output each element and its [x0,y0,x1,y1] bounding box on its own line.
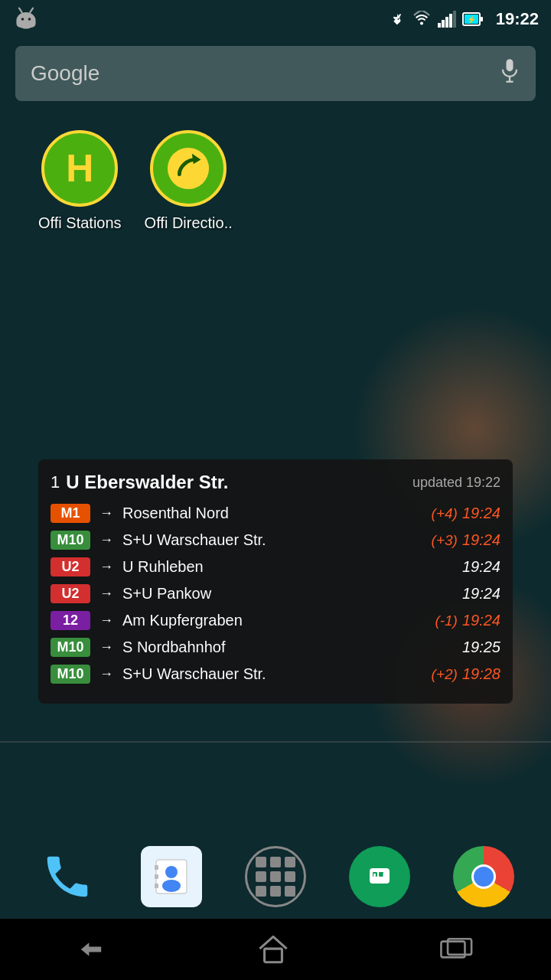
search-bar[interactable]: Google [15,46,536,101]
dock-contacts[interactable] [137,842,206,911]
time-info: 19:24 [462,585,500,603]
dock-phone[interactable] [33,842,102,911]
contacts-icon [141,846,202,907]
time-info: 19:25 [462,639,500,656]
svg-text:⚡: ⚡ [467,15,477,24]
time-info: (-1)19:24 [435,612,500,629]
nav-bar [0,919,551,980]
transit-row: U2→S+U Pankow19:24 [51,584,500,603]
transit-row: 12→Am Kupfergraben(-1)19:24 [51,611,500,630]
dock-chrome[interactable] [449,842,518,911]
svg-point-27 [165,866,178,878]
svg-line-4 [19,8,22,12]
svg-rect-11 [449,14,452,28]
svg-point-28 [162,880,181,892]
dot [256,886,266,897]
dot [256,871,266,882]
signal-icon [438,11,456,28]
phone-icon [41,850,94,903]
android-icon [12,5,40,33]
chrome-inner [471,864,496,889]
transit-row: M10→S+U Warschauer Str.(+3)19:24 [51,531,500,550]
svg-text:": " [369,870,377,889]
destination: Rosenthal Nord [122,505,422,522]
station-number: 1 [51,472,60,492]
dock-apps[interactable] [241,842,310,911]
offi-stations-label: Offi Stations [38,214,122,232]
destination: S+U Warschauer Str. [122,665,422,683]
destination: S+U Pankow [122,585,453,603]
departure-time: 19:24 [462,558,500,576]
svg-text:": " [382,870,390,889]
dot [285,871,295,882]
departure-time: 19:24 [462,585,500,603]
svg-rect-17 [506,59,513,71]
widget-header: 1 U Eberswalder Str. updated 19:22 [51,472,500,493]
recents-button[interactable] [439,936,477,963]
mic-icon[interactable] [499,57,520,90]
time-info: (+4)19:24 [432,505,500,522]
line-badge: U2 [51,584,90,603]
apps-icon [245,846,306,907]
svg-line-5 [30,8,33,12]
destination: U Ruhleben [122,558,453,576]
status-time: 19:22 [496,9,539,29]
dot [285,886,295,897]
route-arrow: → [99,505,113,521]
departure-time: 19:24 [462,531,500,549]
svg-point-2 [21,18,24,21]
route-arrow: → [99,532,113,548]
route-arrow: → [99,666,113,682]
hangouts-icon: " " [349,846,410,907]
status-bar: ⚡ 19:22 [0,0,551,38]
svg-rect-12 [453,11,456,28]
google-logo: Google [31,61,499,86]
home-button[interactable] [256,933,290,966]
widget-station: 1 U Eberswalder Str. [51,472,228,493]
transit-widget: 1 U Eberswalder Str. updated 19:22 M1→Ro… [38,459,513,704]
app-offi-stations[interactable]: H Offi Stations [38,130,122,232]
offi-stations-icon: H [41,130,118,207]
apps-grid: H Offi Stations Offi Directio.. [38,130,233,232]
svg-rect-24 [155,865,158,870]
status-left [12,5,40,33]
destination: Am Kupfergraben [122,612,425,629]
line-badge: M10 [51,638,90,657]
svg-rect-8 [438,23,441,28]
delay-badge: (+2) [432,666,458,683]
departure-time: 19:25 [462,639,500,656]
line-badge: M10 [51,665,90,684]
svg-point-20 [168,148,209,189]
transit-row: M1→Rosenthal Nord(+4)19:24 [51,504,500,523]
departures-list: M1→Rosenthal Nord(+4)19:24M10→S+U Warsch… [51,504,500,684]
svg-rect-10 [445,17,448,28]
svg-rect-26 [155,884,158,888]
route-arrow: → [99,559,113,575]
back-icon [74,936,108,963]
svg-rect-25 [155,874,158,879]
route-arrow: → [99,639,113,655]
line-badge: M1 [51,504,90,523]
svg-rect-14 [480,17,483,21]
dot [256,857,266,867]
apps-dots-grid [256,857,295,897]
chrome-icon [453,846,514,907]
time-info: (+3)19:24 [432,531,500,549]
direction-arrow-icon [166,146,210,191]
home-icon [256,933,290,966]
delay-badge: (+3) [432,532,458,549]
app-offi-directions[interactable]: Offi Directio.. [145,130,233,232]
back-button[interactable] [74,936,108,963]
departure-time: 19:24 [462,505,500,522]
line-badge: 12 [51,611,90,630]
destination: S Nordbahnhof [122,639,453,656]
dock-hangouts[interactable]: " " [345,842,414,911]
transit-row: M10→S+U Warschauer Str.(+2)19:28 [51,665,500,684]
line-badge: M10 [51,531,90,550]
delay-badge: (+4) [432,505,458,522]
route-arrow: → [99,586,113,602]
contacts-svg [148,854,194,900]
hangouts-svg: " " [360,858,399,896]
line-badge: U2 [51,557,90,577]
divider [0,741,551,743]
